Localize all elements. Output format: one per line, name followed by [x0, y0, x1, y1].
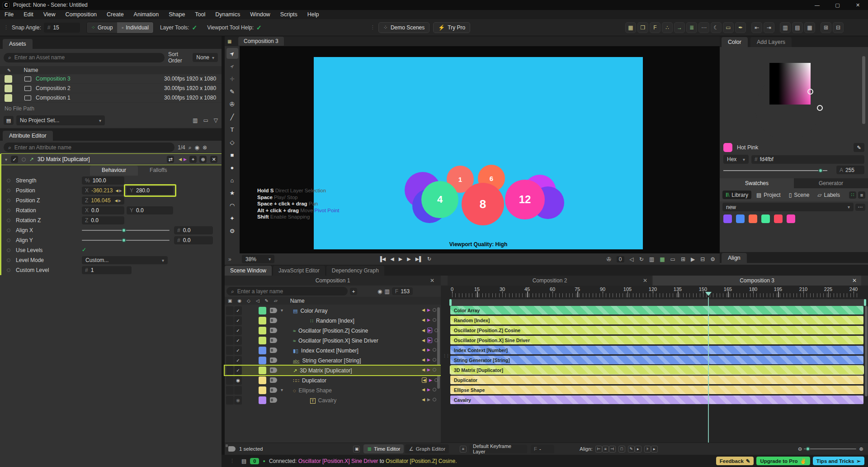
timeline-bar-selected[interactable]: 3D Matrix [Duplicator]	[450, 366, 863, 374]
rotation-y-field[interactable]: Y0.0	[127, 206, 173, 214]
menu-animation[interactable]: Animation	[134, 11, 159, 18]
expand-tools-icon[interactable]: »	[228, 256, 231, 262]
shape-circle[interactable]: 8	[462, 183, 504, 225]
layer-color-chip[interactable]	[259, 307, 266, 315]
menu-composition[interactable]: Composition	[66, 11, 97, 18]
playhead-marker[interactable]	[705, 292, 712, 296]
zoom-in-icon[interactable]: ⊕	[859, 446, 863, 452]
menu-scripts[interactable]: Scripts	[280, 11, 297, 18]
alpha-field[interactable]: A255	[836, 166, 864, 174]
tab-align[interactable]: Align	[722, 253, 747, 263]
menu-view[interactable]: View	[43, 11, 56, 18]
layer-row[interactable]: ✓ ▮▯Index Context [Number] ◀▶	[225, 346, 441, 355]
tab-assets[interactable]: Assets	[3, 39, 33, 49]
tips-and-tricks-button[interactable]: Tips and Tricks➢	[813, 457, 864, 465]
layer-color-chip[interactable]	[259, 347, 266, 354]
go-to-end-button[interactable]: ▶▌	[415, 256, 423, 262]
layer-color-chip[interactable]	[259, 386, 266, 394]
align-right-icon[interactable]: ⇥	[764, 22, 774, 33]
list-timeline-splitter[interactable]: ⋮⋮	[441, 286, 448, 443]
enabled-toggle[interactable]: ✓	[234, 316, 242, 325]
close-icon[interactable]: ✕	[852, 277, 857, 284]
loop-button[interactable]: ↻	[427, 256, 431, 262]
transform-tool[interactable]: ◇	[226, 137, 238, 148]
swap-io-icon[interactable]: ⇄	[167, 156, 174, 163]
composition-canvas[interactable]: 1 6 4 8 12 Viewport Quality: High	[314, 57, 643, 249]
timeline-bar[interactable]: Duplicator	[450, 376, 863, 384]
keyframe-prev-icon[interactable]: ◀	[115, 199, 118, 203]
timeline-bar[interactable]: Cavalry	[450, 396, 863, 404]
layer-color-chip[interactable]	[259, 357, 266, 364]
layer-color-chip[interactable]	[259, 376, 266, 384]
tab-javascript-editor[interactable]: JavaScript Editor	[273, 266, 325, 276]
attribute-search-input[interactable]: ⌕ Enter an Attribute name	[4, 143, 175, 152]
align-keys-right-button[interactable]: ⊣	[609, 446, 616, 453]
view-tab-composition3[interactable]: Composition 3	[238, 37, 284, 46]
panel-mode-icon[interactable]: ▣	[353, 446, 360, 453]
duplicate-view-icon[interactable]: ⊞	[681, 256, 685, 262]
timeline-bar[interactable]: Oscillator [Position.Z] Cosine	[450, 326, 863, 334]
tab-generator[interactable]: Generator	[794, 178, 868, 188]
enabled-toggle[interactable]: ✓	[234, 346, 242, 355]
layer-row[interactable]: ◉ ∷∷Duplicator ◀▶	[225, 376, 441, 385]
layer-row-selected[interactable]: ✓ ↗3D Matrix [Duplicator] ◀▶	[225, 366, 441, 375]
asset-row[interactable]: Composition 3 30.00fps 1920 x 1080	[0, 74, 222, 84]
grid-dots-icon[interactable]: ▦	[625, 22, 636, 33]
project-set-select[interactable]: No Project Set...▾	[16, 115, 105, 125]
time-editor-button[interactable]: ≣Time Editor	[363, 444, 404, 453]
camera-view-icon[interactable]: ✇	[607, 256, 611, 262]
tab-add-layers[interactable]: Add Layers	[750, 37, 792, 47]
asset-name[interactable]: Composition 1	[36, 95, 71, 101]
text-tool[interactable]: T	[226, 124, 238, 135]
keyframe-prev-icon[interactable]: ◀	[115, 189, 118, 193]
key-distribute-button[interactable]: ⊦	[644, 446, 651, 453]
timeline-scrollbar[interactable]	[865, 306, 868, 396]
attribute-header[interactable]: ▾ ✓ ↗ 3D Matrix [Duplicator] ⇄ ◀ ▶ ⌖ ⊕ ✕	[1, 154, 222, 165]
hex-input[interactable]: #fd4fbf	[751, 155, 864, 164]
current-color-swatch[interactable]	[723, 143, 732, 152]
menu-tool[interactable]: Tool	[195, 11, 205, 18]
moon-icon[interactable]: ☾	[711, 22, 722, 33]
tag-icon[interactable]	[270, 328, 277, 333]
box-select-keys-button[interactable]: □	[618, 446, 625, 453]
menu-edit[interactable]: Edit	[24, 11, 33, 18]
lock-icon[interactable]: ▣	[228, 298, 232, 303]
clear-filter-icon[interactable]: ⊗	[203, 144, 207, 151]
sort-order-select[interactable]: None▾	[193, 53, 218, 62]
alpha-slider[interactable]	[723, 170, 827, 171]
audio-icon[interactable]: ◁	[256, 298, 259, 303]
project-folder-icon[interactable]: ▤	[4, 116, 14, 125]
close-attribute-icon[interactable]: ✕	[210, 156, 217, 163]
layer-row[interactable]: ✓ ≈Oscillator [Position.Z] Cosine ◀▶	[225, 326, 441, 335]
frame-f-icon[interactable]: F	[650, 22, 660, 33]
list-view-toggle[interactable]: ≡	[858, 191, 865, 199]
solo-radio[interactable]	[22, 157, 26, 162]
keyframe-next-icon[interactable]: ▶	[118, 199, 121, 203]
visibility-toggle[interactable]: ◉	[234, 376, 242, 385]
state-ring-icon[interactable]	[433, 308, 436, 312]
dashed-arrow-icon[interactable]: →	[674, 22, 685, 33]
swatch-source-library[interactable]: ‖\Library	[722, 191, 751, 199]
swatch[interactable]	[761, 214, 770, 223]
arc-tool[interactable]: ◠	[226, 200, 238, 211]
swatch[interactable]	[774, 214, 783, 223]
close-icon[interactable]: ✕	[430, 277, 434, 284]
console-icon[interactable]: ▤	[241, 458, 246, 464]
output-connection-icon[interactable]: ▶	[184, 157, 187, 162]
camera-tool[interactable]: ✇	[226, 99, 238, 110]
swatch-source-labels[interactable]: ▱Labels	[814, 191, 843, 199]
polygon-tool[interactable]: ⌂	[226, 175, 238, 186]
align-y-slider[interactable]	[82, 240, 170, 241]
layer-row[interactable]: ✓ abcString Generator [String] ◀▶	[225, 356, 441, 365]
shape-circle[interactable]: 4	[421, 181, 458, 218]
enabled-checkbox[interactable]: ✓	[11, 156, 18, 163]
feedback-button[interactable]: Feedback✎	[716, 457, 754, 465]
open-folder-icon[interactable]: ▥	[193, 117, 198, 124]
alpha-knob[interactable]	[818, 168, 823, 173]
align-bars-icon[interactable]: ≣	[686, 22, 697, 33]
graph-editor-button[interactable]: ∠Graph Editor	[405, 444, 449, 453]
in-connection-icon[interactable]: ◀	[422, 308, 425, 312]
eyedropper-icon[interactable]: ✎	[265, 298, 269, 303]
checker-icon[interactable]: ⊟	[700, 256, 705, 262]
tab-scene-window[interactable]: Scene Window	[225, 266, 272, 276]
